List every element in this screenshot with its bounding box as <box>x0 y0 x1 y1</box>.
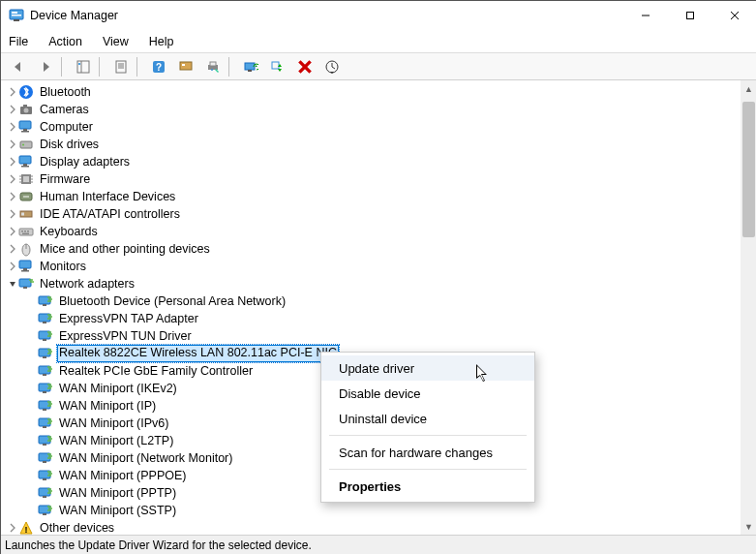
tree-item[interactable]: ExpressVPN TUN Driver <box>26 327 741 345</box>
chevron-r-icon[interactable] <box>7 139 18 149</box>
tree-item[interactable]: Human Interface Devices <box>7 188 741 205</box>
chevron-r-icon[interactable] <box>7 209 18 219</box>
chevron-d-icon[interactable] <box>7 279 18 289</box>
tree-item[interactable]: Disk drives <box>7 136 741 153</box>
net-icon <box>38 468 53 483</box>
warn-icon <box>18 520 34 535</box>
tree-item-label: WAN Miniport (SSTP) <box>57 502 178 519</box>
chevron-r-icon[interactable] <box>7 87 18 97</box>
keyboard-icon <box>18 224 34 239</box>
svg-rect-8 <box>77 61 89 73</box>
tree-item-label: Display adapters <box>38 153 132 170</box>
net-icon <box>38 381 53 396</box>
svg-rect-22 <box>245 63 255 70</box>
net-icon <box>38 398 53 414</box>
scroll-up-icon[interactable]: ▲ <box>741 80 756 97</box>
context-menu-item[interactable]: Scan for hardware changes <box>321 440 534 465</box>
context-menu-item[interactable]: Uninstall device <box>321 406 534 431</box>
svg-rect-20 <box>210 62 216 66</box>
svg-rect-23 <box>248 70 252 72</box>
scroll-thumb[interactable] <box>742 102 755 237</box>
chevron-r-icon[interactable] <box>7 122 18 132</box>
chevron-r-icon[interactable] <box>7 157 18 167</box>
window: Device Manager File Action View Help ? B… <box>0 0 756 554</box>
uninstall-device-button[interactable] <box>293 55 317 78</box>
tree-item[interactable]: Display adapters <box>7 153 741 170</box>
mouse-icon <box>18 241 34 257</box>
menu-file[interactable]: File <box>7 33 30 50</box>
tree-item[interactable]: Bluetooth Device (Personal Area Network) <box>26 292 741 310</box>
tree-item[interactable]: Cameras <box>7 101 741 118</box>
tree-item-label: WAN Miniport (IKEv2) <box>57 380 179 397</box>
network-icon <box>18 276 34 292</box>
toolbar-separator <box>228 57 235 77</box>
help-icon[interactable]: ? <box>147 55 170 78</box>
printer-icon-button[interactable] <box>201 55 225 78</box>
disk-icon <box>18 137 34 152</box>
forward-button[interactable] <box>34 55 57 78</box>
ide-icon <box>18 206 34 222</box>
net-icon <box>38 503 53 518</box>
update-driver-button[interactable] <box>239 55 262 78</box>
tree-item-label: Monitors <box>38 258 88 275</box>
tree-item[interactable]: ExpressVPN TAP Adapter <box>26 310 741 327</box>
back-button[interactable] <box>7 55 30 78</box>
tree-item-label: Human Interface Devices <box>38 188 177 205</box>
show-hide-button[interactable] <box>72 55 95 78</box>
tree-item-label: Mice and other pointing devices <box>38 240 212 258</box>
tree-item[interactable]: Computer <box>7 118 741 136</box>
net-icon <box>38 450 53 466</box>
properties-sheet-icon[interactable] <box>109 55 133 78</box>
tree-item-label: WAN Miniport (L2TP) <box>57 432 175 449</box>
context-menu-separator <box>329 469 527 470</box>
vertical-scrollbar[interactable]: ▲ ▼ <box>741 80 756 535</box>
tree-item[interactable]: IDE ATA/ATAPI controllers <box>7 205 741 223</box>
scan-hardware-button[interactable] <box>320 55 344 78</box>
svg-rect-5 <box>687 13 694 19</box>
scroll-track[interactable] <box>741 97 756 518</box>
menu-help[interactable]: Help <box>147 33 176 50</box>
svg-point-21 <box>211 69 213 71</box>
context-menu-item[interactable]: Properties <box>321 474 534 499</box>
window-title: Device Manager <box>30 9 623 22</box>
net-icon <box>38 485 53 501</box>
tree-item-label: WAN Miniport (PPTP) <box>57 484 178 502</box>
menubar: File Action View Help <box>1 30 756 53</box>
svg-rect-2 <box>12 15 21 16</box>
bluetooth-icon <box>18 84 34 100</box>
tree-item[interactable]: Mice and other pointing devices <box>7 240 741 258</box>
chevron-r-icon[interactable] <box>7 105 18 114</box>
context-menu-item[interactable]: Disable device <box>321 381 534 406</box>
close-button[interactable] <box>712 1 756 30</box>
tree-item-label: Bluetooth Device (Personal Area Network) <box>57 292 287 310</box>
net-icon <box>38 311 53 326</box>
tree-item[interactable]: Keyboards <box>7 223 741 240</box>
tree-item-label: Firmware <box>38 170 92 188</box>
menu-view[interactable]: View <box>101 33 131 50</box>
tree-item[interactable]: Other devices <box>7 519 741 535</box>
net-icon <box>38 346 53 361</box>
chevron-r-icon[interactable] <box>7 174 18 184</box>
net-icon <box>38 363 53 379</box>
enable-device-button[interactable] <box>266 55 289 78</box>
maximize-button[interactable] <box>668 1 712 30</box>
chevron-r-icon[interactable] <box>7 192 18 201</box>
chevron-r-icon[interactable] <box>7 262 18 271</box>
tree-item-label: Keyboards <box>38 223 100 240</box>
device-icon-button[interactable] <box>174 55 197 78</box>
menu-action[interactable]: Action <box>46 33 84 50</box>
hid-icon <box>18 189 34 204</box>
tree-item[interactable]: Firmware <box>7 170 741 188</box>
tree-item[interactable]: Bluetooth <box>7 83 741 101</box>
tree-item[interactable]: WAN Miniport (SSTP) <box>26 502 741 519</box>
scroll-down-icon[interactable]: ▼ <box>741 518 756 535</box>
tree-item-label: WAN Miniport (IPv6) <box>57 415 170 432</box>
context-menu-item[interactable]: Update driver <box>321 355 534 381</box>
chevron-r-icon[interactable] <box>7 227 18 236</box>
toolbar-separator <box>136 57 143 77</box>
chevron-r-icon[interactable] <box>7 523 18 533</box>
minimize-button[interactable] <box>623 1 668 30</box>
chevron-r-icon[interactable] <box>7 244 18 254</box>
tree-item[interactable]: Monitors <box>7 258 741 275</box>
titlebar: Device Manager <box>1 1 756 30</box>
